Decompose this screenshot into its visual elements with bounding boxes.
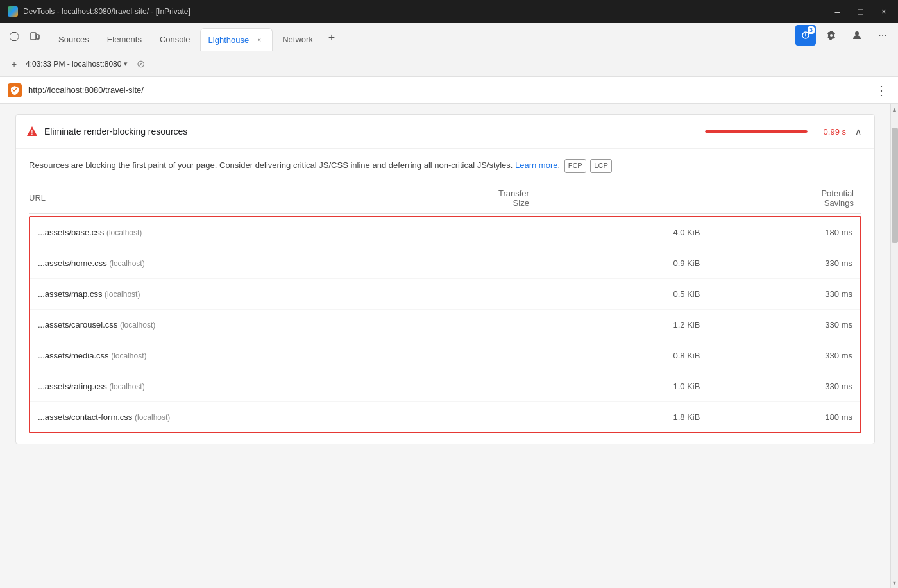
audit-title: Eliminate render-blocking resources (44, 126, 699, 137)
tab-bar: Sources Elements Console Lighthouse × Ne… (0, 23, 898, 51)
scroll-down-button[interactable]: ▼ (891, 577, 899, 588)
tab-network[interactable]: Network (274, 28, 321, 51)
collapse-button[interactable]: ∧ (852, 124, 864, 139)
content-area: ! Eliminate render-blocking resources 0.… (0, 104, 890, 588)
table-row: ...assets/home.css (localhost) 0.9 KiB 3… (30, 248, 860, 278)
profile-button[interactable] (847, 25, 867, 46)
highlighted-rows-container: ...assets/base.css (localhost) 4.0 KiB 1… (29, 216, 861, 433)
transfer-size-cell: 0.9 KiB (557, 248, 707, 278)
address-chevron[interactable]: ▾ (124, 60, 128, 68)
transfer-size-cell: 1.0 KiB (557, 371, 707, 401)
table-row: ...assets/contact-form.css (localhost) 1… (30, 401, 860, 432)
svg-rect-1 (37, 35, 39, 39)
url-more-button[interactable]: ⋮ (872, 80, 890, 101)
title-bar: DevTools - localhost:8080/travel-site/ -… (0, 0, 898, 23)
tab-close-icon[interactable]: × (254, 35, 264, 45)
table-row: ...assets/rating.css (localhost) 1.0 KiB… (30, 371, 860, 401)
tab-console[interactable]: Console (151, 28, 199, 51)
security-icon (8, 83, 22, 97)
tab-network-label: Network (282, 35, 313, 44)
table-row: ...assets/base.css (localhost) 4.0 KiB 1… (30, 217, 860, 248)
url-cell: ...assets/contact-form.css (localhost) (30, 401, 557, 432)
scroll-up-button[interactable]: ▲ (891, 104, 899, 115)
url-cell: ...assets/home.css (localhost) (30, 248, 557, 278)
audit-table: URL TransferSize PotentialSavings (29, 183, 861, 214)
scrollbar: ▲ ▼ (890, 104, 898, 588)
tab-elements[interactable]: Elements (99, 28, 150, 51)
device-toggle-button[interactable] (26, 28, 44, 46)
url-cell: ...assets/media.css (localhost) (30, 340, 557, 371)
url-bar-row: http://localhost:8080/travel-site/ ⋮ (0, 77, 898, 104)
transfer-size-cell: 1.8 KiB (557, 401, 707, 432)
scroll-track[interactable] (891, 115, 899, 577)
savings-cell: 330 ms (707, 278, 860, 309)
table-row: ...assets/media.css (localhost) 0.8 KiB … (30, 340, 860, 371)
restore-button[interactable]: □ (854, 5, 867, 18)
svg-text:!: ! (31, 129, 33, 136)
settings-button[interactable] (821, 25, 842, 46)
url-display: http://localhost:8080/travel-site/ (28, 85, 872, 95)
savings-cell: 180 ms (707, 401, 860, 432)
transfer-size-cell: 4.0 KiB (557, 217, 707, 248)
close-button[interactable]: × (877, 5, 890, 18)
notification-button[interactable]: 3 (795, 25, 816, 46)
transfer-size-column-header: TransferSize (226, 183, 537, 214)
savings-cell: 330 ms (707, 371, 860, 401)
savings-cell: 330 ms (707, 248, 860, 278)
tab-elements-label: Elements (107, 35, 142, 44)
transfer-size-cell: 1.2 KiB (557, 309, 707, 340)
title-bar-title: DevTools - localhost:8080/travel-site/ -… (23, 7, 191, 16)
lcp-badge: LCP (590, 159, 611, 173)
url-cell: ...assets/base.css (localhost) (30, 217, 557, 248)
audit-body: Resources are blocking the first paint o… (16, 149, 874, 444)
audit-bar-fill (705, 130, 808, 133)
back-button[interactable]: + (5, 55, 23, 73)
tab-console-label: Console (160, 35, 191, 44)
url-column-header: URL (29, 183, 226, 214)
savings-cell: 330 ms (707, 340, 860, 371)
url-cell: ...assets/carousel.css (localhost) (30, 309, 557, 340)
savings-cell: 330 ms (707, 309, 860, 340)
minimize-button[interactable]: – (831, 5, 844, 18)
more-options-icon: ··· (878, 29, 886, 41)
table-row: ...assets/carousel.css (localhost) 1.2 K… (30, 309, 860, 340)
audit-card: ! Eliminate render-blocking resources 0.… (15, 114, 875, 444)
transfer-size-cell: 0.5 KiB (557, 278, 707, 309)
url-cell: ...assets/map.css (localhost) (30, 278, 557, 309)
transfer-size-cell: 0.8 KiB (557, 340, 707, 371)
address-time: 4:03:33 PM - localhost:8080 (26, 60, 121, 69)
scroll-thumb[interactable] (892, 128, 898, 243)
notification-badge: 3 (808, 26, 815, 34)
audit-header: ! Eliminate render-blocking resources 0.… (16, 115, 874, 149)
main-content: ! Eliminate render-blocking resources 0.… (0, 104, 898, 588)
stop-button[interactable]: ⊘ (133, 56, 148, 72)
audit-time: 0.99 s (814, 127, 846, 137)
tab-sources-label: Sources (58, 35, 89, 44)
url-cell: ...assets/rating.css (localhost) (30, 371, 557, 401)
tab-lighthouse[interactable]: Lighthouse × (200, 28, 273, 51)
add-tab-button[interactable]: + (323, 29, 341, 47)
tab-lighthouse-label: Lighthouse (208, 35, 250, 45)
highlighted-table: ...assets/base.css (localhost) 4.0 KiB 1… (30, 217, 860, 432)
fcp-badge: FCP (564, 159, 586, 173)
address-bar-row: + 4:03:33 PM - localhost:8080 ▾ ⊘ (0, 51, 898, 77)
svg-rect-0 (31, 33, 36, 40)
audit-progress-bar (705, 130, 808, 133)
devtools-icon (8, 6, 18, 17)
more-options-button[interactable]: ··· (872, 25, 893, 46)
svg-point-5 (855, 31, 859, 35)
savings-cell: 180 ms (707, 217, 860, 248)
tab-sources[interactable]: Sources (50, 28, 97, 51)
warning-icon: ! (26, 126, 38, 137)
inspect-element-button[interactable] (5, 28, 23, 46)
audit-description: Resources are blocking the first paint o… (29, 159, 861, 173)
potential-savings-column-header: PotentialSavings (537, 183, 861, 214)
table-row: ...assets/map.css (localhost) 0.5 KiB 33… (30, 278, 860, 309)
svg-point-4 (805, 37, 806, 38)
learn-more-link[interactable]: Learn more (515, 160, 557, 170)
